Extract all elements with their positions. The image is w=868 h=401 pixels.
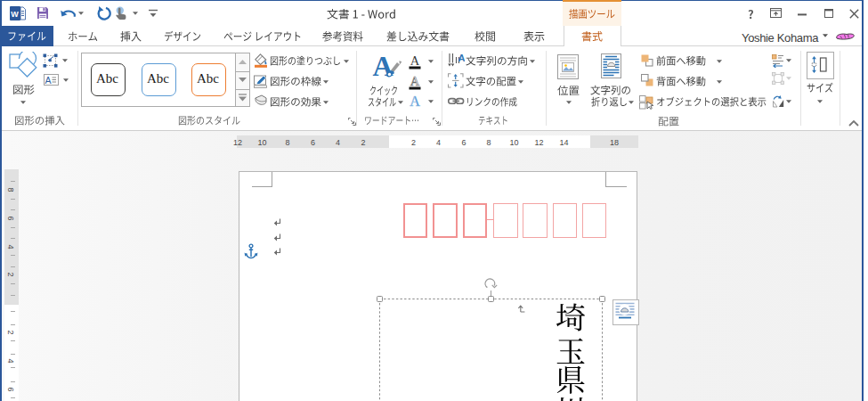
svg-text:A: A bbox=[410, 94, 420, 109]
svg-text:A: A bbox=[45, 75, 51, 86]
svg-text:A: A bbox=[372, 51, 393, 82]
svg-text:A: A bbox=[410, 54, 420, 68]
svg-text:A: A bbox=[458, 53, 465, 63]
svg-text:A: A bbox=[410, 74, 420, 88]
svg-text:W: W bbox=[11, 10, 19, 19]
